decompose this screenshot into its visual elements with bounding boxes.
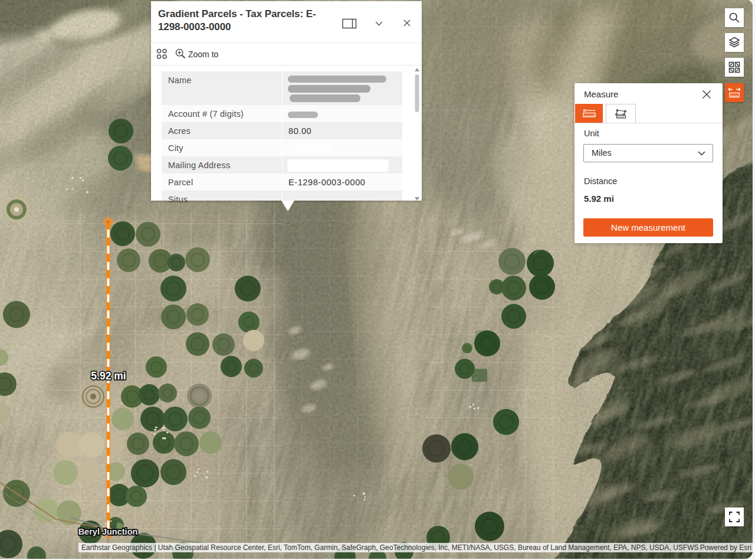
svg-text:5.92 mi: 5.92 mi [91,370,126,382]
svg-text:Beryl Junction: Beryl Junction [78,527,138,536]
